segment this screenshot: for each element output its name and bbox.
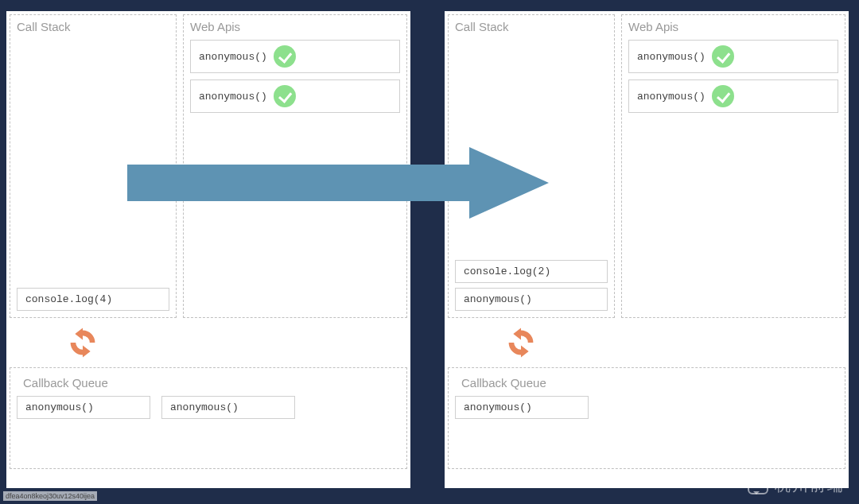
check-icon [712,85,734,107]
callback-queue-panel: Callback Queue anonymous() [448,367,845,469]
webapi-item: anonymous() [190,79,400,113]
callback-title: Callback Queue [455,371,838,393]
callback-item: anonymous() [161,396,295,419]
event-loop-icon [65,325,100,360]
callstack-title: Call Stack [10,15,176,37]
webapi-label: anonymous() [199,51,267,63]
callstack-items: console.log(2) anonymous() [455,260,608,311]
chat-icon [748,477,768,494]
callback-item: anonymous() [455,396,589,419]
webapi-item: anonymous() [628,79,838,113]
callstack-items: console.log(4) [17,288,169,311]
webapi-item: anonymous() [628,40,838,73]
webapi-item: anonymous() [190,40,400,73]
stack-frame: anonymous() [455,288,608,311]
watermark-text: 杭州前端 [775,475,845,496]
callstack-panel: Call Stack console.log(4) [10,14,177,318]
callback-title: Callback Queue [17,371,400,393]
callback-item: anonymous() [17,396,150,419]
check-icon [274,45,296,68]
callstack-title: Call Stack [449,15,614,37]
watermark: 杭州前端 [748,475,845,496]
event-loop-icon [503,325,538,360]
webapis-title: Web Apis [184,15,406,37]
stack-frame: console.log(2) [455,260,608,283]
stack-frame: console.log(4) [17,288,169,311]
webapi-label: anonymous() [637,51,705,63]
webapis-panel: Web Apis anonymous() anonymous() [183,14,407,318]
callstack-panel: Call Stack console.log(2) anonymous() [448,14,615,318]
webapis-title: Web Apis [622,15,845,37]
diagram-left: Call Stack console.log(4) Web Apis anony… [6,11,410,488]
footer-hash: dfea4on8keoj30uv12s40ijea [3,491,97,501]
callback-queue-panel: Callback Queue anonymous() anonymous() [10,367,407,469]
diagram-right: Call Stack console.log(2) anonymous() We… [445,11,849,488]
check-icon [274,85,296,107]
webapis-panel: Web Apis anonymous() anonymous() [621,14,845,318]
webapi-label: anonymous() [199,91,267,103]
check-icon [712,45,734,68]
webapi-label: anonymous() [637,91,705,103]
